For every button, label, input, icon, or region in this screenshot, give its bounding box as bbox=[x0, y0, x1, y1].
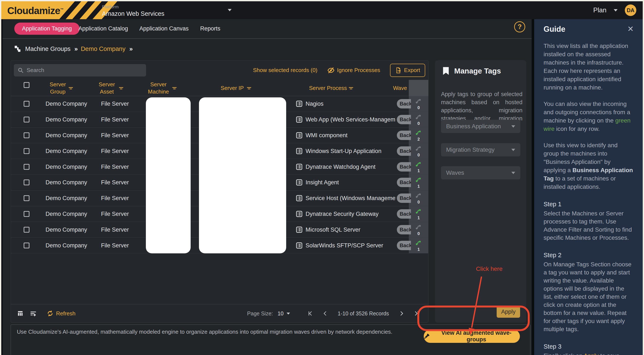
connections-cell[interactable]: 0 bbox=[409, 222, 428, 237]
server-process-cell: Insight Agent bbox=[306, 179, 339, 186]
process-icon bbox=[296, 210, 303, 218]
col-server-group: Server Group bbox=[45, 81, 70, 95]
process-icon bbox=[296, 132, 303, 139]
main-content: Application Tagging Application Catalog … bbox=[2, 19, 532, 355]
connections-cell[interactable]: 1 bbox=[409, 175, 428, 190]
server-asset-cell: File Server bbox=[101, 195, 129, 202]
connections-cell[interactable]: 0 bbox=[409, 112, 428, 127]
row-checkbox[interactable] bbox=[24, 117, 30, 122]
guide-paragraph-2: You can also view the incoming and outgo… bbox=[544, 100, 634, 133]
wire-icon[interactable] bbox=[415, 113, 422, 121]
row-checkbox[interactable] bbox=[24, 243, 30, 248]
row-checkbox[interactable] bbox=[24, 132, 30, 138]
connections-cell[interactable]: 1 bbox=[409, 206, 428, 222]
row-checkbox[interactable] bbox=[24, 211, 30, 217]
breadcrumb-separator: » bbox=[129, 45, 132, 52]
breadcrumb-machine-groups[interactable]: Machine Groups bbox=[25, 45, 70, 52]
waves-dropdown[interactable]: Waves bbox=[441, 166, 520, 179]
row-checkbox[interactable] bbox=[24, 180, 30, 185]
wire-icon[interactable] bbox=[415, 192, 422, 199]
first-page-button[interactable] bbox=[303, 311, 318, 316]
export-button[interactable]: Export bbox=[390, 64, 425, 77]
tab-reports[interactable]: Reports bbox=[200, 22, 220, 35]
tab-application-tagging[interactable]: Application Tagging bbox=[14, 22, 80, 35]
annotation-click-here-label: Click here bbox=[476, 266, 502, 272]
server-group-cell: Demo Company bbox=[46, 132, 87, 138]
show-selected-records[interactable]: Show selected records (0) bbox=[253, 67, 317, 73]
guide-step1-body: Select the Machines or Server processes … bbox=[544, 209, 634, 242]
wire-icon[interactable] bbox=[415, 145, 422, 152]
process-icon bbox=[296, 226, 303, 233]
server-group-cell: Demo Company bbox=[46, 179, 87, 186]
search-input[interactable] bbox=[27, 67, 142, 73]
prev-page-button[interactable] bbox=[318, 311, 333, 316]
process-table-card: Show selected records (0) Ignore Process… bbox=[11, 60, 428, 323]
next-page-button[interactable] bbox=[394, 311, 409, 316]
platform-caret-icon[interactable] bbox=[228, 9, 232, 11]
connections-cell[interactable]: 0 bbox=[409, 143, 428, 159]
wire-icon[interactable] bbox=[415, 129, 422, 137]
filter-icon[interactable] bbox=[348, 85, 354, 91]
wire-icon[interactable] bbox=[415, 176, 422, 184]
connections-cell[interactable]: 1 bbox=[409, 159, 428, 175]
page-size-caret-icon[interactable] bbox=[286, 313, 290, 315]
row-checkbox[interactable] bbox=[24, 227, 30, 233]
wire-icon[interactable] bbox=[415, 239, 422, 247]
wire-icon[interactable] bbox=[415, 160, 422, 168]
rocket-icon bbox=[424, 333, 430, 340]
guide-step3-title: Step 3 bbox=[544, 343, 634, 350]
breadcrumb-company[interactable]: Demo Company bbox=[81, 45, 126, 52]
process-icon bbox=[296, 100, 303, 107]
columns-view-icon[interactable] bbox=[17, 310, 24, 317]
row-checkbox[interactable] bbox=[24, 164, 30, 170]
server-group-cell: Demo Company bbox=[46, 226, 87, 233]
plan-menu[interactable]: Plan bbox=[593, 6, 606, 14]
table-header: Server Group Server Asset Server Machine… bbox=[11, 80, 428, 96]
avatar[interactable]: DA bbox=[625, 4, 636, 16]
row-checkbox[interactable] bbox=[24, 195, 30, 201]
multi-sort-icon[interactable] bbox=[30, 310, 37, 317]
wire-icon[interactable] bbox=[415, 97, 422, 105]
server-asset-cell: File Server bbox=[101, 148, 129, 154]
filter-icon[interactable] bbox=[68, 85, 74, 91]
top-bar: Cloudamize™ Platform Amazon Web Services… bbox=[1, 1, 643, 19]
connections-cell[interactable]: 0 bbox=[409, 96, 428, 112]
row-checkbox[interactable] bbox=[24, 148, 30, 154]
server-process-cell: Nagios bbox=[306, 101, 324, 107]
filter-icon[interactable] bbox=[172, 85, 177, 91]
filter-icon[interactable] bbox=[118, 85, 124, 91]
wire-icon[interactable] bbox=[415, 208, 422, 215]
table-toolbar: Show selected records (0) Ignore Process… bbox=[11, 60, 428, 80]
ignore-processes-button[interactable]: Ignore Processes bbox=[327, 67, 380, 74]
redaction-box-server-machine bbox=[146, 97, 191, 253]
server-process-cell: Web App (Web Services-Management) bbox=[306, 116, 395, 123]
plan-caret-icon[interactable] bbox=[614, 9, 618, 11]
refresh-button[interactable]: Refresh bbox=[47, 310, 76, 317]
migration-strategy-dropdown[interactable]: Migration Strategy bbox=[441, 143, 520, 156]
server-process-cell: Dynatrace Watchdog Agent bbox=[306, 163, 376, 170]
server-asset-cell: File Server bbox=[101, 132, 129, 138]
business-application-dropdown[interactable]: Business Application bbox=[441, 120, 520, 133]
platform-selector[interactable]: Platform Amazon Web Services bbox=[102, 4, 164, 17]
page-size-value[interactable]: 10 bbox=[278, 311, 284, 317]
select-all-checkbox[interactable] bbox=[24, 82, 30, 88]
search-box[interactable] bbox=[14, 64, 146, 76]
connections-count: 2 bbox=[417, 137, 420, 142]
process-icon bbox=[296, 179, 303, 186]
filter-icon[interactable] bbox=[246, 85, 252, 91]
table-footer: Refresh Page Size: 10 1-10 of 3526 Recor… bbox=[11, 304, 428, 323]
server-process-cell: Windows Start-Up Application bbox=[306, 148, 382, 154]
tab-application-catalog[interactable]: Application Catalog bbox=[78, 22, 128, 35]
tab-application-canvas[interactable]: Application Canvas bbox=[139, 22, 188, 35]
server-asset-cell: File Server bbox=[101, 226, 129, 233]
row-checkbox[interactable] bbox=[24, 101, 30, 107]
col-wave: Wave bbox=[393, 84, 407, 92]
wire-icon[interactable] bbox=[415, 223, 422, 231]
connections-cell[interactable]: 1 bbox=[409, 238, 428, 253]
export-icon bbox=[395, 67, 402, 73]
connections-cell[interactable]: 0 bbox=[409, 191, 428, 206]
platform-label: Platform bbox=[102, 4, 164, 9]
help-button[interactable]: ? bbox=[514, 21, 525, 32]
close-icon[interactable]: ✕ bbox=[627, 25, 634, 33]
connections-cell[interactable]: 2 bbox=[409, 128, 428, 143]
